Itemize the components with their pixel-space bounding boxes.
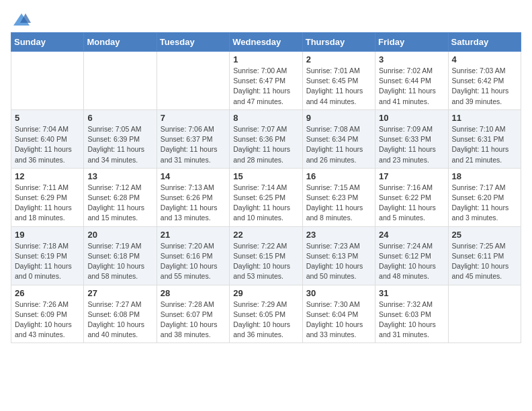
calendar-day-cell: 26Sunrise: 7:26 AMSunset: 6:09 PMDayligh… — [11, 285, 84, 343]
day-number: 5 — [15, 113, 80, 123]
day-info: Sunrise: 7:11 AMSunset: 6:29 PMDaylight:… — [15, 183, 80, 224]
day-of-week-header: Sunday — [11, 33, 84, 52]
day-info: Sunrise: 7:08 AMSunset: 6:34 PMDaylight:… — [306, 124, 371, 165]
day-info: Sunrise: 7:06 AMSunset: 6:37 PMDaylight:… — [161, 124, 226, 165]
calendar-day-cell: 17Sunrise: 7:16 AMSunset: 6:22 PMDayligh… — [375, 168, 448, 226]
day-number: 19 — [15, 230, 80, 240]
calendar-week-row: 1Sunrise: 7:00 AMSunset: 6:47 PMDaylight… — [11, 52, 521, 110]
day-number: 2 — [306, 54, 371, 64]
day-number: 21 — [161, 230, 226, 240]
day-info: Sunrise: 7:24 AMSunset: 6:12 PMDaylight:… — [379, 241, 444, 282]
calendar-day-cell: 29Sunrise: 7:29 AMSunset: 6:05 PMDayligh… — [230, 285, 302, 343]
day-of-week-header: Monday — [84, 33, 157, 52]
day-number: 29 — [233, 288, 298, 298]
calendar-day-cell: 18Sunrise: 7:17 AMSunset: 6:20 PMDayligh… — [448, 168, 521, 226]
calendar-day-cell: 2Sunrise: 7:01 AMSunset: 6:45 PMDaylight… — [302, 52, 375, 110]
day-number: 31 — [379, 288, 444, 298]
calendar-day-cell: 21Sunrise: 7:20 AMSunset: 6:16 PMDayligh… — [157, 226, 229, 285]
day-number: 6 — [87, 113, 152, 123]
day-info: Sunrise: 7:05 AMSunset: 6:39 PMDaylight:… — [87, 124, 152, 165]
day-number: 3 — [379, 54, 444, 64]
day-of-week-header: Tuesday — [157, 33, 229, 52]
day-info: Sunrise: 7:09 AMSunset: 6:33 PMDaylight:… — [379, 124, 444, 165]
calendar-day-cell: 9Sunrise: 7:08 AMSunset: 6:34 PMDaylight… — [302, 109, 375, 168]
calendar-day-cell: 8Sunrise: 7:07 AMSunset: 6:36 PMDaylight… — [230, 109, 302, 168]
day-number: 26 — [15, 288, 80, 298]
day-info: Sunrise: 7:12 AMSunset: 6:28 PMDaylight:… — [87, 183, 152, 224]
day-number: 24 — [379, 230, 444, 240]
day-number: 20 — [87, 230, 152, 240]
day-number: 16 — [306, 171, 371, 181]
day-info: Sunrise: 7:25 AMSunset: 6:11 PMDaylight:… — [452, 241, 517, 282]
day-info: Sunrise: 7:18 AMSunset: 6:19 PMDaylight:… — [15, 241, 80, 282]
calendar-day-cell: 3Sunrise: 7:02 AMSunset: 6:44 PMDaylight… — [375, 52, 448, 110]
calendar-day-cell — [11, 52, 84, 110]
day-info: Sunrise: 7:23 AMSunset: 6:13 PMDaylight:… — [306, 241, 371, 282]
day-info: Sunrise: 7:16 AMSunset: 6:22 PMDaylight:… — [379, 183, 444, 224]
calendar-day-cell: 11Sunrise: 7:10 AMSunset: 6:31 PMDayligh… — [448, 109, 521, 168]
calendar-day-cell: 1Sunrise: 7:00 AMSunset: 6:47 PMDaylight… — [230, 52, 302, 110]
day-number: 15 — [233, 171, 298, 181]
day-number: 7 — [161, 113, 226, 123]
day-number: 25 — [452, 230, 517, 240]
calendar-week-row: 19Sunrise: 7:18 AMSunset: 6:19 PMDayligh… — [11, 226, 521, 285]
day-number: 11 — [452, 113, 517, 123]
day-number: 10 — [379, 113, 444, 123]
calendar-day-cell: 31Sunrise: 7:32 AMSunset: 6:03 PMDayligh… — [375, 285, 448, 343]
calendar-week-row: 5Sunrise: 7:04 AMSunset: 6:40 PMDaylight… — [11, 109, 521, 168]
calendar-day-cell: 20Sunrise: 7:19 AMSunset: 6:18 PMDayligh… — [84, 226, 157, 285]
calendar-day-cell: 14Sunrise: 7:13 AMSunset: 6:26 PMDayligh… — [157, 168, 229, 226]
day-number: 30 — [306, 288, 371, 298]
day-of-week-header: Friday — [375, 33, 448, 52]
calendar-day-cell: 6Sunrise: 7:05 AMSunset: 6:39 PMDaylight… — [84, 109, 157, 168]
calendar-day-cell: 15Sunrise: 7:14 AMSunset: 6:25 PMDayligh… — [230, 168, 302, 226]
calendar-day-cell: 27Sunrise: 7:27 AMSunset: 6:08 PMDayligh… — [84, 285, 157, 343]
day-info: Sunrise: 7:14 AMSunset: 6:25 PMDaylight:… — [233, 183, 298, 224]
day-info: Sunrise: 7:15 AMSunset: 6:23 PMDaylight:… — [306, 183, 371, 224]
calendar-day-cell: 19Sunrise: 7:18 AMSunset: 6:19 PMDayligh… — [11, 226, 84, 285]
calendar-day-cell: 10Sunrise: 7:09 AMSunset: 6:33 PMDayligh… — [375, 109, 448, 168]
calendar-day-cell — [84, 52, 157, 110]
day-info: Sunrise: 7:28 AMSunset: 6:07 PMDaylight:… — [161, 300, 226, 340]
calendar-day-cell: 28Sunrise: 7:28 AMSunset: 6:07 PMDayligh… — [157, 285, 229, 343]
calendar-day-cell: 5Sunrise: 7:04 AMSunset: 6:40 PMDaylight… — [11, 109, 84, 168]
day-number: 27 — [87, 288, 152, 298]
day-info: Sunrise: 7:27 AMSunset: 6:08 PMDaylight:… — [87, 300, 152, 340]
calendar-day-cell: 24Sunrise: 7:24 AMSunset: 6:12 PMDayligh… — [375, 226, 448, 285]
day-info: Sunrise: 7:02 AMSunset: 6:44 PMDaylight:… — [379, 66, 444, 107]
day-number: 4 — [452, 54, 517, 64]
logo — [11, 11, 31, 27]
day-number: 8 — [233, 113, 298, 123]
day-info: Sunrise: 7:03 AMSunset: 6:42 PMDaylight:… — [452, 66, 517, 107]
day-info: Sunrise: 7:00 AMSunset: 6:47 PMDaylight:… — [233, 66, 298, 107]
day-info: Sunrise: 7:13 AMSunset: 6:26 PMDaylight:… — [161, 183, 226, 224]
page-header — [11, 11, 521, 27]
day-number: 9 — [306, 113, 371, 123]
logo-icon — [12, 11, 31, 30]
day-info: Sunrise: 7:22 AMSunset: 6:15 PMDaylight:… — [233, 241, 298, 282]
day-number: 17 — [379, 171, 444, 181]
day-info: Sunrise: 7:19 AMSunset: 6:18 PMDaylight:… — [87, 241, 152, 282]
day-info: Sunrise: 7:01 AMSunset: 6:45 PMDaylight:… — [306, 66, 371, 107]
calendar-day-cell — [448, 285, 521, 343]
day-info: Sunrise: 7:30 AMSunset: 6:04 PMDaylight:… — [306, 300, 371, 340]
calendar-day-cell: 22Sunrise: 7:22 AMSunset: 6:15 PMDayligh… — [230, 226, 302, 285]
day-info: Sunrise: 7:04 AMSunset: 6:40 PMDaylight:… — [15, 124, 80, 165]
calendar-day-cell: 30Sunrise: 7:30 AMSunset: 6:04 PMDayligh… — [302, 285, 375, 343]
day-number: 18 — [452, 171, 517, 181]
day-of-week-header: Thursday — [302, 33, 375, 52]
calendar-week-row: 26Sunrise: 7:26 AMSunset: 6:09 PMDayligh… — [11, 285, 521, 343]
calendar-day-cell: 12Sunrise: 7:11 AMSunset: 6:29 PMDayligh… — [11, 168, 84, 226]
day-info: Sunrise: 7:29 AMSunset: 6:05 PMDaylight:… — [233, 300, 298, 340]
day-info: Sunrise: 7:17 AMSunset: 6:20 PMDaylight:… — [452, 183, 517, 224]
day-info: Sunrise: 7:07 AMSunset: 6:36 PMDaylight:… — [233, 124, 298, 165]
calendar-day-cell: 23Sunrise: 7:23 AMSunset: 6:13 PMDayligh… — [302, 226, 375, 285]
day-number: 22 — [233, 230, 298, 240]
calendar-week-row: 12Sunrise: 7:11 AMSunset: 6:29 PMDayligh… — [11, 168, 521, 226]
calendar-day-cell: 16Sunrise: 7:15 AMSunset: 6:23 PMDayligh… — [302, 168, 375, 226]
day-number: 1 — [233, 54, 298, 64]
calendar-day-cell: 7Sunrise: 7:06 AMSunset: 6:37 PMDaylight… — [157, 109, 229, 168]
calendar-day-cell: 25Sunrise: 7:25 AMSunset: 6:11 PMDayligh… — [448, 226, 521, 285]
day-of-week-header: Saturday — [448, 33, 521, 52]
calendar-header-row: SundayMondayTuesdayWednesdayThursdayFrid… — [11, 33, 521, 52]
